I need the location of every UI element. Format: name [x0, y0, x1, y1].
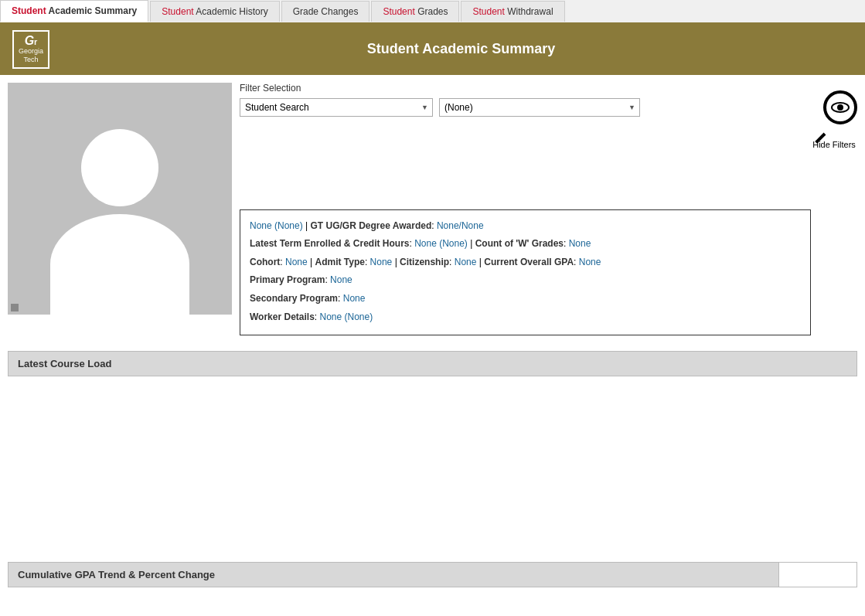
- info-key-secondary: Secondary Program: [250, 293, 338, 304]
- latest-course-load-header: Latest Course Load: [8, 351, 857, 376]
- tab-grade-changes[interactable]: Grade Changes: [281, 1, 370, 22]
- info-val-secondary: None: [343, 293, 366, 304]
- info-colon-9: :: [338, 293, 343, 304]
- info-separator-1: |: [303, 220, 311, 231]
- info-key-cohort: Cohort: [250, 257, 280, 267]
- right-panel: Filter Selection Student Search (None): [240, 83, 857, 336]
- avatar-head: [81, 129, 158, 206]
- eye-icon-container: [811, 90, 857, 137]
- main-content: Filter Selection Student Search (None): [0, 75, 865, 344]
- header: Gr GeorgiaTech Student Academic Summary: [0, 24, 865, 75]
- info-separator-5: |: [476, 257, 484, 267]
- student-search-select-wrapper[interactable]: Student Search: [240, 98, 433, 117]
- info-box: None (None) | GT UG/GR Degree Awarded: N…: [240, 209, 811, 336]
- info-key-primary: Primary Program: [250, 274, 325, 285]
- info-colon-6: :: [449, 257, 455, 267]
- header-logo: Gr GeorgiaTech: [12, 30, 54, 69]
- logo-box: Gr GeorgiaTech: [12, 30, 49, 69]
- info-row-1: None (None) | GT UG/GR Degree Awarded: N…: [250, 218, 801, 235]
- info-val-id: (None): [274, 220, 303, 231]
- info-val-worker: None (None): [319, 311, 373, 322]
- gpa-trend-side: [779, 563, 856, 587]
- info-row-5: Secondary Program: None: [250, 291, 801, 308]
- info-key-w-grades: Count of 'W' Grades: [475, 238, 564, 249]
- info-key-admit: Admit Type: [315, 257, 364, 267]
- gpa-trend-label: Cumulative GPA Trend & Percent Change: [9, 563, 779, 587]
- filter-and-icon-wrapper: Filter Selection Student Search (None): [240, 83, 857, 336]
- info-val-gpa: None: [579, 257, 601, 267]
- photo-corner: [11, 304, 19, 311]
- tab-student-grades[interactable]: Student Grades: [371, 1, 459, 22]
- tab-grade-changes-label: Grade Changes: [293, 6, 359, 17]
- tab-history-highlight: Student: [162, 6, 193, 17]
- info-row-4: Primary Program: None: [250, 272, 801, 289]
- tab-withdrawal-rest: Withdrawal: [505, 6, 553, 17]
- info-key-worker: Worker Details: [250, 311, 315, 322]
- info-key-degree: GT UG/GR Degree Awarded: [311, 220, 432, 231]
- info-colon-5: :: [365, 257, 370, 267]
- student-photo: [8, 83, 232, 315]
- gpa-trend-section: Cumulative GPA Trend & Percent Change: [8, 562, 857, 587]
- filter-label: Filter Selection: [240, 83, 811, 94]
- header-title: Student Academic Summary: [70, 41, 853, 57]
- eye-shape: [831, 102, 850, 113]
- none-select[interactable]: (None): [439, 98, 640, 117]
- info-val-term: None (None): [414, 238, 468, 249]
- info-row-6: Worker Details: None (None): [250, 309, 801, 326]
- info-val-none-1: None: [250, 220, 274, 231]
- filter-content: Filter Selection Student Search (None): [240, 83, 811, 336]
- info-key-citizenship: Citizenship: [400, 257, 449, 267]
- info-colon-7: :: [574, 257, 579, 267]
- info-val-degree: None/None: [437, 220, 484, 231]
- info-val-citizenship: None: [455, 257, 477, 267]
- tab-history-rest: Academic History: [194, 6, 268, 17]
- eye-pupil: [837, 104, 843, 111]
- info-key-term: Latest Term Enrolled & Credit Hours: [250, 238, 409, 249]
- info-val-admit: None: [370, 257, 393, 267]
- info-colon-4: :: [280, 257, 285, 267]
- info-separator-2: |: [468, 238, 475, 249]
- none-select-wrapper[interactable]: (None): [439, 98, 640, 117]
- tab-summary[interactable]: Student Academic Summary: [0, 0, 148, 22]
- tab-history[interactable]: Student Academic History: [150, 1, 279, 22]
- logo-gt: Gr: [25, 35, 38, 47]
- hide-filters-button[interactable]: Hide Filters: [811, 90, 857, 149]
- info-key-gpa: Current Overall GPA: [484, 257, 574, 267]
- filter-section: Filter Selection Student Search (None): [240, 83, 811, 117]
- info-separator-4: |: [392, 257, 400, 267]
- tab-bar: Student Academic Summary Student Academi…: [0, 0, 865, 24]
- tab-withdrawal-highlight: Student: [472, 6, 504, 17]
- info-row-3: Cohort: None | Admit Type: None | Citize…: [250, 254, 801, 271]
- info-colon-1: :: [431, 220, 437, 231]
- tab-withdrawal[interactable]: Student Withdrawal: [461, 1, 564, 22]
- course-load-content: [0, 376, 865, 554]
- tab-summary-highlight: Student: [12, 5, 46, 16]
- tab-grades-rest: Grades: [415, 6, 448, 17]
- info-val-w-grades: None: [569, 238, 591, 249]
- tab-grades-highlight: Student: [383, 6, 414, 17]
- tab-summary-rest: Academic Summary: [46, 5, 138, 16]
- info-val-cohort: None: [285, 257, 308, 267]
- info-separator-3: |: [308, 257, 315, 267]
- info-colon-3: :: [564, 238, 569, 249]
- info-val-primary: None: [330, 274, 352, 285]
- info-row-2: Latest Term Enrolled & Credit Hours: Non…: [250, 236, 801, 253]
- avatar-body: [50, 214, 189, 315]
- logo-text-georgia: GeorgiaTech: [19, 47, 43, 64]
- filter-row: Student Search (None): [240, 98, 811, 117]
- student-search-select[interactable]: Student Search: [240, 98, 433, 117]
- magnifier-circle: [823, 90, 857, 124]
